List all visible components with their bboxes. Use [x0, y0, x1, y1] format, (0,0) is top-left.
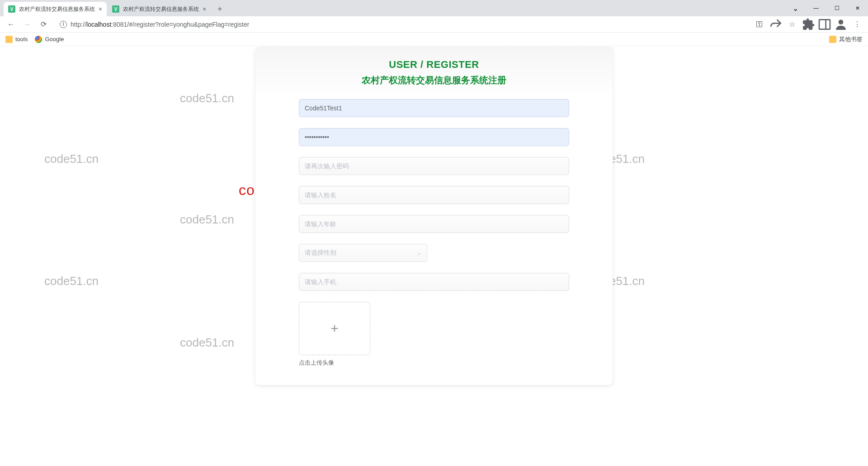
maximize-icon[interactable]: ☐ [826, 1, 847, 15]
svg-point-2 [839, 19, 844, 24]
phone-input[interactable] [299, 273, 569, 291]
browser-tab-inactive[interactable]: V 农村产权流转交易信息服务系统 × [108, 2, 211, 16]
watermark: code51.cn [180, 213, 234, 227]
bookmark-label: Google [45, 36, 64, 43]
watermark: code51.cn [44, 152, 99, 166]
gender-placeholder: 请选择性别 [305, 249, 336, 257]
side-panel-icon[interactable] [817, 17, 832, 32]
bookmark-tools[interactable]: tools [5, 36, 28, 43]
watermark: code51.cn [180, 336, 234, 350]
plus-icon: + [330, 321, 339, 336]
watermark: code51.cn [180, 91, 234, 105]
menu-icon[interactable]: ⋮ [850, 17, 864, 32]
close-window-icon[interactable]: ✕ [847, 1, 868, 15]
watermark: code51.cn [44, 274, 99, 288]
vue-favicon: V [8, 5, 15, 13]
window-controls: ⌄ — ☐ ✕ [785, 0, 868, 16]
gender-select[interactable]: 请选择性别 ⌄ [299, 244, 427, 262]
bookmark-label: tools [15, 36, 28, 43]
folder-icon [829, 36, 836, 43]
share-icon[interactable] [769, 17, 783, 32]
close-icon[interactable]: × [203, 5, 206, 13]
tab-title: 农村产权流转交易信息服务系统 [123, 5, 199, 13]
close-icon[interactable]: × [99, 5, 102, 13]
register-card: USER / REGISTER 农村产权流转交易信息服务系统注册 请选择性别 ⌄… [255, 46, 613, 385]
minimize-icon[interactable]: — [806, 1, 826, 15]
extensions-icon[interactable] [801, 17, 816, 32]
title-english: USER / REGISTER [255, 59, 613, 71]
url-scheme: http:// [71, 21, 86, 28]
key-icon[interactable]: ⚿ [752, 17, 767, 32]
new-tab-button[interactable]: + [213, 3, 226, 15]
card-header: USER / REGISTER 农村产权流转交易信息服务系统注册 [255, 59, 613, 86]
back-button[interactable]: ← [4, 17, 18, 32]
bookmarks-bar: tools Google 其他书签 [0, 33, 868, 46]
forward-button[interactable]: → [20, 17, 34, 32]
username-input[interactable] [299, 99, 569, 117]
site-info-icon[interactable]: i [60, 21, 67, 28]
tab-search-icon[interactable]: ⌄ [785, 1, 806, 15]
name-input[interactable] [299, 186, 569, 204]
bookmark-label: 其他书签 [839, 35, 863, 43]
svg-rect-0 [819, 19, 830, 29]
url-text: http://localhost:8081/#/register?role=yo… [71, 21, 743, 28]
profile-avatar-icon[interactable] [834, 17, 848, 32]
browser-toolbar: ← → ⟳ i http://localhost:8081/#/register… [0, 16, 868, 33]
confirm-password-input[interactable] [299, 157, 569, 175]
browser-tab-active[interactable]: V 农村产权流转交易信息服务系统 × [4, 2, 107, 16]
password-input[interactable] [299, 128, 569, 146]
url-path: :8081/#/register?role=yonghu&pageFlag=re… [111, 21, 249, 28]
avatar-upload-group: + 点击上传头像 [299, 302, 370, 367]
browser-tab-strip: V 农村产权流转交易信息服务系统 × V 农村产权流转交易信息服务系统 × + … [0, 0, 868, 16]
bookmark-google[interactable]: Google [35, 36, 64, 43]
page-viewport[interactable]: code51.cn code51.cn code51.cn code51.cn … [0, 46, 868, 466]
uploader-label: 点击上传头像 [299, 359, 370, 367]
tab-title: 农村产权流转交易信息服务系统 [19, 5, 95, 13]
title-chinese: 农村产权流转交易信息服务系统注册 [255, 74, 613, 86]
url-host: localhost [86, 21, 111, 28]
folder-icon [5, 36, 13, 43]
chevron-down-icon: ⌄ [417, 250, 421, 256]
address-bar[interactable]: i http://localhost:8081/#/register?role=… [54, 18, 749, 31]
google-icon [35, 36, 42, 43]
reload-button[interactable]: ⟳ [36, 17, 51, 32]
star-icon[interactable]: ☆ [785, 17, 799, 32]
register-form: 请选择性别 ⌄ + 点击上传头像 [255, 99, 613, 367]
vue-favicon: V [112, 5, 119, 13]
other-bookmarks[interactable]: 其他书签 [829, 35, 863, 43]
age-input[interactable] [299, 215, 569, 233]
avatar-uploader[interactable]: + [299, 302, 370, 355]
